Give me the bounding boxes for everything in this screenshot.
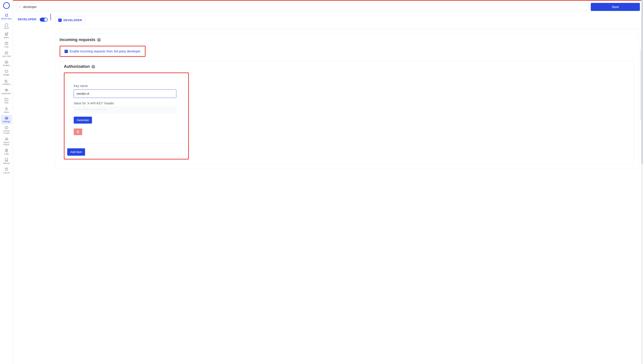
rail-label: Audit — [4, 153, 9, 155]
outer-scrollbar-track — [641, 0, 643, 364]
settings-icon — [5, 116, 9, 120]
help-icon[interactable]: ? — [92, 65, 95, 68]
enable-incoming-checkbox[interactable] — [65, 50, 68, 53]
generate-button[interactable]: Generate — [74, 117, 92, 124]
analytics-icon — [5, 79, 9, 83]
highlight-enable-incoming: Enable incoming requests from 3rd party … — [60, 46, 146, 57]
manual-icon — [5, 158, 9, 162]
entities-icon — [5, 60, 9, 64]
svg-rect-11 — [7, 117, 8, 118]
rail-label: Live Chat — [2, 55, 11, 58]
rail-label: Home — [4, 27, 9, 30]
svg-rect-12 — [7, 118, 8, 119]
svg-point-8 — [6, 90, 7, 90]
authorization-section: Authorization ? Key name — [60, 61, 634, 164]
body: DEVELOPER DEVELOPER Incoming requests ? — [13, 13, 643, 364]
rail-settings[interactable]: Settings — [1, 115, 12, 124]
search-icon — [18, 5, 22, 8]
outer-scrollbar-thumb[interactable] — [641, 0, 643, 164]
left-panel-label: DEVELOPER — [18, 18, 36, 21]
rail-whats-new[interactable]: What's New — [0, 12, 13, 22]
rail-label: Editor — [4, 36, 9, 39]
rail-editor[interactable]: Editor — [0, 31, 13, 40]
incoming-title-row: Incoming requests ? — [60, 38, 634, 42]
rail-label: Analytics — [2, 83, 10, 86]
rail-import-export[interactable]: Import Export — [0, 136, 13, 147]
svg-point-9 — [6, 108, 7, 109]
import-icon — [5, 137, 9, 141]
delete-button[interactable] — [74, 128, 82, 135]
rail-label: Visitor — [4, 111, 9, 114]
api-key-label: Value for 'X-API-KEY' header — [74, 102, 179, 105]
rail-access-control[interactable]: Access Control — [0, 124, 13, 136]
developer-chip-checkbox[interactable] — [58, 18, 62, 22]
chat-icon — [5, 51, 9, 55]
enable-incoming-chip[interactable]: Enable incoming requests from 3rd party … — [61, 47, 144, 55]
search-wrap — [16, 3, 588, 11]
sidebar-rail: What's New Home Editor FAQ Live Chat Ent… — [0, 0, 13, 364]
rail-label: Manual — [3, 162, 10, 164]
rail-label: Entities — [3, 64, 10, 67]
visitor-icon — [5, 107, 9, 111]
svg-point-23 — [19, 6, 21, 8]
svg-point-0 — [7, 14, 8, 15]
key-name-label: Key name — [74, 84, 179, 88]
svg-rect-10 — [5, 117, 6, 119]
help-icon[interactable]: ? — [97, 38, 101, 42]
rail-label: What's New — [1, 18, 12, 20]
save-button[interactable]: Save — [591, 3, 640, 11]
rail-log-out[interactable]: Log out — [0, 166, 13, 175]
divider — [55, 29, 639, 29]
add-item-button[interactable]: Add Item — [67, 148, 85, 156]
left-panel: DEVELOPER — [13, 14, 51, 20]
rail-audit[interactable]: Audit — [0, 147, 13, 156]
highlight-authorization: Key name Value for 'X-API-KEY' header Ge… — [64, 72, 189, 160]
enable-incoming-label: Enable incoming requests from 3rd party … — [70, 50, 141, 53]
svg-point-15 — [6, 128, 7, 128]
key-name-input[interactable] — [74, 90, 176, 98]
developer-chip[interactable]: DEVELOPER — [55, 16, 85, 24]
incoming-card: Incoming requests ? Enable incoming requ… — [55, 33, 639, 169]
editor-icon — [5, 32, 9, 36]
rail-faq[interactable]: FAQ — [0, 40, 13, 50]
trash-icon — [76, 130, 80, 134]
logout-icon — [5, 167, 9, 171]
rail-label: FAQ — [4, 46, 8, 48]
faq-icon — [5, 42, 9, 46]
authorization-title-row: Authorization ? — [64, 64, 630, 69]
rail-visitor[interactable]: Visitor — [0, 106, 13, 115]
rail-manual[interactable]: Manual — [0, 156, 13, 166]
rail-label: Import Export — [1, 142, 12, 146]
rail-label: Access Control — [1, 130, 12, 134]
rail-label: Files — [4, 102, 9, 104]
access-icon — [5, 126, 9, 130]
files-icon — [5, 98, 9, 102]
supervisor-icon — [5, 88, 9, 92]
developer-chip-label: DEVELOPER — [63, 18, 82, 22]
rail-files[interactable]: Files — [0, 96, 13, 106]
rail-supervisor[interactable]: Supervisor — [0, 87, 13, 96]
rail-label: Supervisor — [2, 92, 11, 95]
rail-home[interactable]: Home — [0, 22, 13, 31]
search-input[interactable] — [16, 3, 588, 11]
rail-label: Widget — [3, 74, 9, 76]
widget-icon — [5, 69, 9, 74]
auth-card: Key name Value for 'X-API-KEY' header Ge… — [66, 77, 187, 144]
rail-analytics[interactable]: Analytics — [0, 78, 13, 87]
incoming-title: Incoming requests — [60, 38, 95, 42]
rail-live-chat[interactable]: Live Chat — [0, 50, 13, 59]
svg-line-24 — [21, 8, 21, 8]
rail-widget[interactable]: Widget — [0, 68, 13, 78]
rail-entities[interactable]: Entities — [0, 59, 13, 68]
rail-label: Settings — [3, 121, 10, 123]
topbar: Save — [13, 1, 643, 13]
home-icon — [5, 23, 9, 27]
api-key-input — [74, 107, 176, 113]
bell-icon — [5, 14, 9, 18]
app-logo — [3, 2, 10, 9]
developer-toggle[interactable] — [40, 18, 48, 22]
svg-rect-7 — [5, 70, 8, 72]
main-area: Save DEVELOPER DEVELOPER Incoming reques… — [13, 0, 643, 364]
rail-label: Log out — [3, 172, 10, 174]
svg-rect-6 — [6, 62, 7, 63]
